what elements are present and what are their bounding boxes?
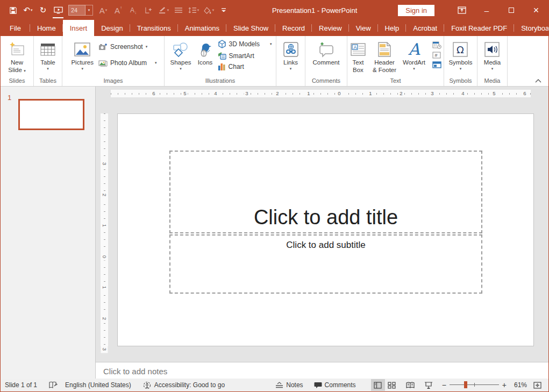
table-button[interactable]: Table ▾ xyxy=(38,39,58,72)
text-box-button[interactable]: A Text Box xyxy=(348,39,368,75)
tab-animations[interactable]: Animations xyxy=(178,20,226,36)
tab-slide-show[interactable]: Slide Show xyxy=(226,20,275,36)
vertical-ruler[interactable]: 3 2 1 0 1 2 3 xyxy=(101,113,108,346)
reading-view-button[interactable] xyxy=(403,379,417,391)
ribbon-display-options-icon[interactable] xyxy=(450,1,474,20)
subtitle-placeholder[interactable]: Click to add subtitle xyxy=(169,234,482,294)
maximize-button[interactable] xyxy=(499,1,524,20)
slide-number-icon[interactable]: # xyxy=(432,52,441,59)
title-placeholder[interactable]: Click to add title xyxy=(169,151,482,233)
font-size-box[interactable]: 24 ▾ xyxy=(68,5,93,16)
date-time-icon[interactable] xyxy=(432,41,441,49)
comment-button[interactable]: Comment xyxy=(311,39,341,68)
notes-placeholder-text: Click to add notes xyxy=(103,367,167,376)
sign-in-button[interactable]: Sign in xyxy=(398,5,434,16)
group-slides: New Slide ▾ Slides xyxy=(1,36,34,86)
slide-show-button[interactable] xyxy=(422,379,436,391)
title-placeholder-text: Click to add title xyxy=(254,206,398,229)
spell-check-icon[interactable] xyxy=(49,381,58,389)
group-label-images: Images xyxy=(62,77,164,86)
clear-formatting-icon[interactable] xyxy=(141,3,155,18)
tab-design[interactable]: Design xyxy=(94,20,130,36)
language-indicator[interactable]: English (United States) xyxy=(65,381,131,389)
group-media: Media ▾ Media xyxy=(477,36,508,86)
shape-fill-icon[interactable]: ▾ xyxy=(202,3,216,18)
photo-album-button[interactable]: Photo Album ▾ xyxy=(98,59,157,67)
horizontal-ruler[interactable]: 6 5 4 3 2 1 0 1 2 3 4 5 6 xyxy=(111,90,531,97)
ink-highlight-icon[interactable]: ▾ xyxy=(156,3,170,18)
undo-icon[interactable]: ↶▾ xyxy=(21,3,35,18)
icons-button[interactable]: Icons xyxy=(195,39,216,68)
header-footer-button[interactable]: Header & Footer xyxy=(371,39,398,75)
comments-toggle[interactable]: Comments xyxy=(314,381,356,389)
notes-toggle[interactable]: Notes xyxy=(275,381,303,389)
tab-transitions[interactable]: Transitions xyxy=(130,20,178,36)
wordart-button[interactable]: A WordArt ▾ xyxy=(401,39,427,72)
tab-acrobat[interactable]: Acrobat xyxy=(406,20,444,36)
pictures-button[interactable]: Pictures ▾ xyxy=(69,39,95,72)
3d-models-button[interactable]: 3D Models ▾ xyxy=(218,40,272,48)
accessibility-icon[interactable] xyxy=(143,381,151,389)
wordart-icon: A xyxy=(408,40,420,59)
tab-record[interactable]: Record xyxy=(275,20,312,36)
tab-review[interactable]: Review xyxy=(312,20,349,36)
zoom-level[interactable]: 61% xyxy=(509,381,527,389)
slide-editing-area[interactable]: Click to add title Click to add subtitle xyxy=(117,113,534,346)
zoom-slider[interactable] xyxy=(450,379,499,391)
chart-button[interactable]: Chart xyxy=(218,63,272,70)
subtitle-placeholder-text: Click to add subtitle xyxy=(286,240,365,251)
slide-sorter-view-button[interactable] xyxy=(385,379,399,391)
group-symbols: Ω Symbols ▾ Symbols xyxy=(444,36,477,86)
new-slide-button[interactable]: New Slide ▾ xyxy=(6,39,27,75)
notes-pane[interactable]: Click to add notes xyxy=(96,362,549,380)
grow-font-icon[interactable]: A↑ xyxy=(111,3,125,18)
fit-to-window-icon[interactable] xyxy=(530,379,544,391)
svg-text:A: A xyxy=(353,45,357,50)
screenshot-button[interactable]: Screenshot ▾ xyxy=(98,43,157,51)
group-links: Links ▾ xyxy=(276,36,305,86)
tab-view[interactable]: View xyxy=(349,20,378,36)
font-icon[interactable]: A▾ xyxy=(96,3,110,18)
shapes-button[interactable]: Shapes ▾ xyxy=(169,39,193,72)
group-comments: Comment Comments xyxy=(305,36,347,86)
collapse-ribbon-icon[interactable] xyxy=(534,79,542,83)
slide-indicator[interactable]: Slide 1 of 1 xyxy=(5,381,37,389)
links-button[interactable]: Links ▾ xyxy=(281,39,301,72)
close-button[interactable]: × xyxy=(524,1,548,20)
symbols-button[interactable]: Ω Symbols ▾ xyxy=(447,39,474,72)
media-icon xyxy=(484,40,500,59)
zoom-out-button[interactable]: − xyxy=(442,381,446,389)
table-icon xyxy=(40,40,56,59)
ribbon: New Slide ▾ Slides Table ▾ Tables xyxy=(1,36,548,87)
smartart-button[interactable]: SmartArt xyxy=(218,52,272,60)
quick-access-toolbar: ↶▾ ↻ 24 ▾ A▾ A↑ A↓ ▾ xyxy=(6,3,231,18)
line-spacing-icon[interactable]: ▾ xyxy=(187,3,201,18)
accessibility-status[interactable]: Accessibility: Good to go xyxy=(154,381,225,389)
tab-help[interactable]: Help xyxy=(378,20,407,36)
align-icon[interactable] xyxy=(172,3,186,18)
redo-icon[interactable]: ↻ xyxy=(36,3,50,18)
title-bar: ↶▾ ↻ 24 ▾ A▾ A↑ A↓ ▾ xyxy=(1,1,548,20)
tab-foxit-reader-pdf[interactable]: Foxit Reader PDF xyxy=(444,20,514,36)
svg-text:#: # xyxy=(435,53,438,58)
font-size-value[interactable]: 24 xyxy=(68,5,85,16)
normal-view-button[interactable] xyxy=(371,379,385,391)
slide-thumbnail[interactable] xyxy=(18,99,84,130)
start-slideshow-icon[interactable] xyxy=(51,3,65,18)
zoom-slider-thumb[interactable] xyxy=(464,381,467,388)
tab-home[interactable]: Home xyxy=(30,20,63,36)
tab-storyboarding[interactable]: Storyboarding xyxy=(514,20,549,36)
font-size-dropdown-icon[interactable]: ▾ xyxy=(85,5,93,16)
customize-qat-icon[interactable] xyxy=(217,3,231,18)
object-icon[interactable] xyxy=(432,61,441,68)
group-label-symbols: Symbols xyxy=(444,77,477,86)
tab-insert[interactable]: Insert xyxy=(63,20,95,36)
save-icon[interactable] xyxy=(6,3,20,18)
shapes-icon xyxy=(172,40,189,59)
tab-file[interactable]: File xyxy=(1,20,30,36)
media-button[interactable]: Media ▾ xyxy=(482,39,502,72)
shrink-font-icon[interactable]: A↓ xyxy=(126,3,140,18)
omega-icon: Ω xyxy=(452,40,468,59)
minimize-button[interactable]: – xyxy=(474,1,499,20)
zoom-in-button[interactable]: + xyxy=(502,381,507,389)
